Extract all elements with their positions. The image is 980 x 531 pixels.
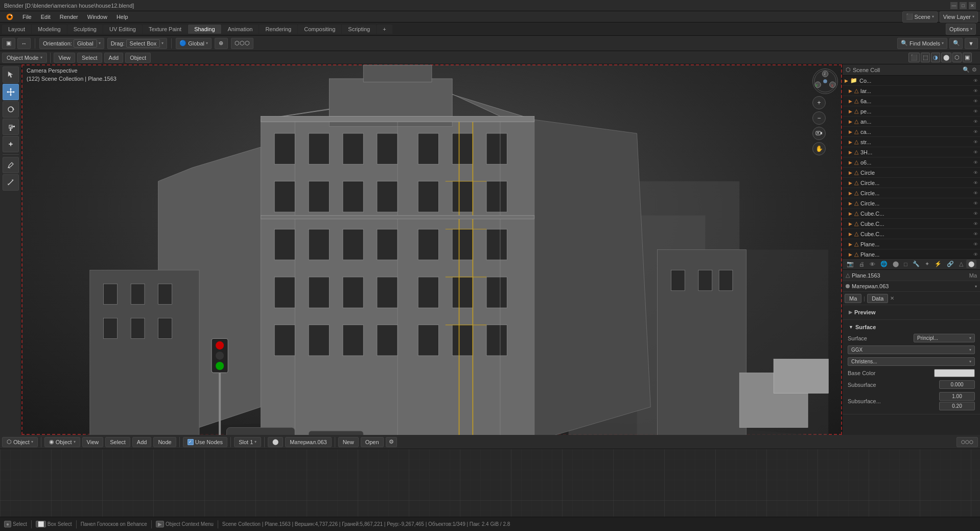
bottom-node-btn[interactable]: Node <box>153 437 176 447</box>
props-tab-material[interactable]: ⬤ <box>966 260 976 268</box>
mode-icon[interactable]: ▣ <box>2 38 15 49</box>
outliner-settings-icon[interactable]: ⚙ <box>972 66 977 73</box>
bottom-open-btn[interactable]: Open <box>361 437 384 447</box>
menu-file[interactable]: File <box>18 13 36 21</box>
outliner-item-6[interactable]: ▶ △ str... 👁 <box>843 137 980 147</box>
outliner-item-7[interactable]: ▶ △ 3H... 👁 <box>843 147 980 157</box>
outliner-item-3[interactable]: ▶ △ pe... 👁 <box>843 106 980 117</box>
outliner-filter-icon[interactable]: 🔍 <box>963 66 970 73</box>
nav-rotate-btn[interactable]: Z X Y <box>812 68 838 94</box>
tab-material-data[interactable]: Data <box>867 294 888 303</box>
outliner-item-0[interactable]: ▶ 📁 Co... 👁 <box>843 76 980 86</box>
bottom-settings-icon[interactable]: ⚙ <box>386 437 397 447</box>
props-tab-view[interactable]: 👁 <box>868 260 877 268</box>
bottom-view-controls[interactable]: ⬡⬡⬡ <box>956 437 978 447</box>
props-tab-render[interactable]: 📷 <box>845 260 856 268</box>
tab-rendering[interactable]: Rendering <box>259 25 297 34</box>
add-menu[interactable]: Add <box>104 53 124 63</box>
subsurface2-value2[interactable]: 0.20 <box>939 402 975 410</box>
tool-scale[interactable] <box>3 119 19 135</box>
props-tab-physics[interactable]: ⚡ <box>932 260 944 268</box>
tool-move[interactable] <box>3 84 19 100</box>
outliner-item-4[interactable]: ▶ △ an... 👁 <box>843 117 980 127</box>
object-menu[interactable]: Object <box>125 53 151 63</box>
tool-cursor[interactable] <box>3 66 19 83</box>
menu-window[interactable]: Window <box>83 13 111 21</box>
tab-add[interactable]: + <box>377 25 392 34</box>
props-tab-particles[interactable]: ✦ <box>923 260 931 268</box>
outliner-item-2[interactable]: ▶ △ 6a... 👁 <box>843 96 980 106</box>
bottom-material-icon[interactable]: ⬤ <box>268 437 283 447</box>
select-menu[interactable]: Select <box>77 53 102 63</box>
base-color-swatch[interactable] <box>934 369 975 377</box>
tab-animation[interactable]: Animation <box>222 25 259 34</box>
outliner-item-1[interactable]: ▶ △ lar... 👁 <box>843 86 980 96</box>
preview-label[interactable]: ▶ Preview <box>846 307 977 317</box>
props-tab-world[interactable]: ⬤ <box>891 260 901 268</box>
tab-modeling[interactable]: Modeling <box>32 25 67 34</box>
maximize-button[interactable]: □ <box>960 2 967 9</box>
outliner-item-plane1[interactable]: ▶ △ Plane... 👁 <box>843 239 980 249</box>
options-button[interactable]: Options ▾ <box>946 24 976 35</box>
subsurface-method-dropdown[interactable]: Christens... ▾ <box>848 357 975 366</box>
bottom-select-btn[interactable]: Select <box>105 437 130 447</box>
subsurface2-value1[interactable]: 1.00 <box>939 392 975 401</box>
snap-icon[interactable]: ⊕ <box>215 38 228 49</box>
surface-label[interactable]: ▼ Surface <box>846 322 977 332</box>
outliner-item-5[interactable]: ▶ △ ca... 👁 <box>843 127 980 137</box>
props-tab-modifier[interactable]: 🔧 <box>911 260 922 268</box>
minimize-button[interactable]: — <box>950 2 958 9</box>
tool-transform[interactable] <box>3 136 19 152</box>
menu-help[interactable]: Help <box>112 13 132 21</box>
view-menu[interactable]: View <box>54 53 75 63</box>
close-button[interactable]: ✕ <box>969 2 976 9</box>
drag-selector[interactable]: Drag: Select Box ▾ <box>107 38 168 49</box>
tab-layout[interactable]: Layout <box>2 25 31 34</box>
nav-camera[interactable] <box>812 127 826 140</box>
bottom-add-btn[interactable]: Add <box>132 437 152 447</box>
bottom-new-btn[interactable]: New <box>338 437 359 447</box>
tool-rotate[interactable] <box>3 101 19 118</box>
view-layer-selector[interactable]: View Layer ▾ <box>940 11 978 22</box>
outliner-item-cube1[interactable]: ▶ △ Cube.C... 👁 <box>843 209 980 219</box>
props-tab-constraints[interactable]: 🔗 <box>945 260 956 268</box>
mat-close-icon[interactable]: ✕ <box>890 295 894 301</box>
material-dropdown-arrow[interactable]: ▾ <box>975 284 977 289</box>
outliner-item-circle1[interactable]: ▶ △ Circle 👁 <box>843 168 980 178</box>
menu-edit[interactable]: Edit <box>37 13 55 21</box>
nav-hand[interactable]: ✋ <box>812 142 826 155</box>
menu-blender[interactable] <box>2 12 17 21</box>
editor-type-selector[interactable]: ⬡ Object ▾ <box>2 437 38 447</box>
toggle-btn[interactable]: ▼ <box>965 38 978 49</box>
outliner-item-8[interactable]: ▶ △ o6... 👁 <box>843 157 980 168</box>
menu-render[interactable]: Render <box>56 13 82 21</box>
viewport-shading-controls[interactable]: ⬛ ⬚ ◑ ⬤ ⬡ ▣ <box>904 53 976 63</box>
use-nodes-toggle[interactable]: ✓ Use Nodes <box>183 437 227 447</box>
tool-annotate[interactable] <box>3 157 19 173</box>
bottom-view-btn[interactable]: View <box>82 437 104 447</box>
orientation-selector[interactable]: Orientation: Global ▾ <box>39 38 104 49</box>
viewport[interactable]: X Y Z Camera Perspective (122) Scene Col… <box>21 64 842 435</box>
outliner-item-circle2[interactable]: ▶ △ Circle... 👁 <box>843 178 980 188</box>
search-icon-right[interactable]: 🔍 <box>949 38 963 49</box>
tab-shading[interactable]: Shading <box>188 25 221 34</box>
overlay-icons[interactable]: ⬡⬡⬡ <box>231 38 253 49</box>
nav-zoom-in[interactable]: + <box>812 96 826 109</box>
tab-texture-paint[interactable]: Texture Paint <box>143 25 188 34</box>
bottom-material-name[interactable]: Материал.063 <box>285 437 331 447</box>
bottom-object-selector[interactable]: ◉ Object ▾ <box>44 437 80 447</box>
props-tab-output[interactable]: 🖨 <box>857 260 867 268</box>
props-tab-object[interactable]: □ <box>902 260 909 268</box>
tab-scripting[interactable]: Scripting <box>342 25 376 34</box>
outliner-item-circle4[interactable]: ▶ △ Circle... 👁 <box>843 198 980 209</box>
outliner-item-circle3[interactable]: ▶ △ Circle... 👁 <box>843 188 980 198</box>
tab-uv-editing[interactable]: UV Editing <box>103 25 142 34</box>
scene-selector[interactable]: ⬛ Options Scene ▾ <box>902 11 938 22</box>
outliner-item-plane2[interactable]: ▶ △ Plane... 👁 <box>843 249 980 258</box>
object-mode-selector[interactable]: Object Mode ▾ <box>2 53 47 63</box>
tab-material-ma[interactable]: Ma <box>845 294 861 303</box>
subsurface-value[interactable]: 0.000 <box>939 380 975 389</box>
transform-icon[interactable]: ↔ <box>17 38 31 49</box>
tab-sculpting[interactable]: Sculpting <box>67 25 103 34</box>
outliner-item-cube2[interactable]: ▶ △ Cube.C... 👁 <box>843 219 980 229</box>
